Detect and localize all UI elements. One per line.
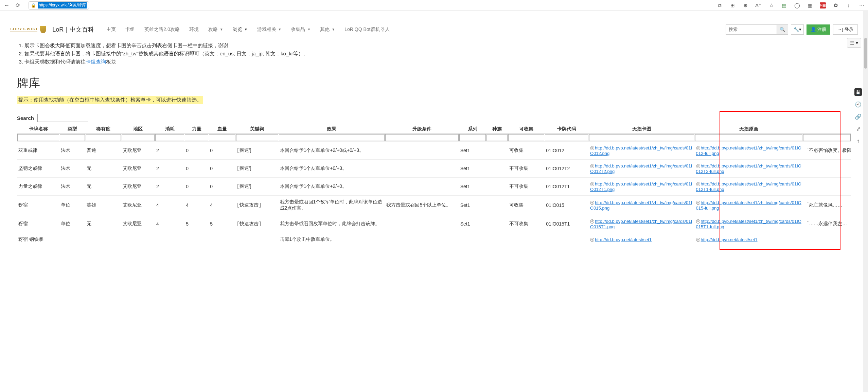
table-cell: 犽宿: [17, 196, 59, 215]
globe-icon: ⊕: [590, 238, 594, 242]
card-image-link[interactable]: http://dd.b.pvp.net/latest/set1: [701, 237, 758, 242]
nav-item[interactable]: 浏览▼: [228, 26, 252, 33]
search-button[interactable]: 🔍: [777, 24, 788, 35]
column-filter-input[interactable]: [86, 134, 121, 141]
column-header[interactable]: 稀有度: [85, 125, 121, 134]
table-cell: Set1: [459, 160, 486, 178]
nav-item[interactable]: 英雄之路2.0攻略: [140, 26, 184, 33]
column-filter-input[interactable]: [385, 134, 458, 141]
downloads-icon[interactable]: ↓: [846, 2, 852, 8]
table-cell: 5: [209, 215, 236, 233]
expand-icon[interactable]: ⤢: [854, 125, 862, 132]
save-icon[interactable]: 💾: [854, 88, 862, 96]
card-image-link[interactable]: http://dd.b.pvp.net/latest/set1/zh_tw/im…: [590, 200, 692, 211]
column-filter-input[interactable]: [695, 134, 803, 141]
column-filter-input[interactable]: [279, 134, 385, 141]
ext-circle-icon[interactable]: ◯: [794, 2, 800, 8]
table-search-label: Search: [17, 115, 34, 121]
apps-icon[interactable]: ⊕: [742, 2, 748, 8]
nav-item[interactable]: 卡组: [121, 26, 140, 33]
table-cell: [508, 233, 545, 246]
table-cell: ⊕http://dd.b.pvp.net/latest/set1/zh_tw/i…: [589, 196, 695, 215]
column-header[interactable]: 系列: [459, 125, 486, 134]
nav-item[interactable]: 游戏相关▼: [252, 26, 286, 33]
site-logo[interactable]: LORYX.WIKI: [10, 26, 46, 33]
globe-icon: ⊕: [696, 182, 700, 186]
nav-item[interactable]: 主页: [102, 26, 121, 33]
card-image-link[interactable]: http://dd.b.pvp.net/latest/set1/zh_tw/im…: [696, 200, 801, 211]
site-title[interactable]: LoR｜中文百科: [52, 25, 94, 34]
column-header[interactable]: 地区: [121, 125, 155, 134]
ext-red-icon[interactable]: F▤: [820, 2, 826, 8]
extensions-icon[interactable]: ✿: [833, 2, 839, 8]
column-filter-input[interactable]: [236, 134, 278, 141]
register-button[interactable]: 👤 注册: [807, 24, 830, 35]
column-header[interactable]: 关键词: [236, 125, 278, 134]
read-aloud-icon[interactable]: A⁺: [755, 2, 761, 8]
column-header[interactable]: [803, 125, 851, 134]
table-search-input[interactable]: [37, 114, 88, 122]
card-image-link[interactable]: http://dd.b.pvp.net/latest/set1/zh_tw/im…: [590, 145, 692, 156]
column-filter-input[interactable]: [486, 134, 508, 141]
table-cell: [85, 233, 121, 246]
link-icon[interactable]: 🔗: [854, 113, 862, 120]
column-header[interactable]: 卡牌代码: [545, 125, 589, 134]
ext-qr-icon[interactable]: ▦: [807, 2, 813, 8]
card-image-link[interactable]: http://dd.b.pvp.net/latest/set1/zh_tw/im…: [590, 163, 692, 174]
column-filter-input[interactable]: [60, 134, 85, 141]
column-filter-input[interactable]: [545, 134, 588, 141]
url-bar[interactable]: 🔒 https://loryx.wiki/浏览/牌库: [29, 1, 89, 10]
top-icon[interactable]: ↑: [854, 137, 862, 145]
column-header[interactable]: 无损卡图: [589, 125, 695, 134]
card-image-link[interactable]: http://dd.b.pvp.net/latest/set1: [595, 237, 652, 242]
column-filter-input[interactable]: [185, 134, 208, 141]
column-filter-input[interactable]: [122, 134, 155, 141]
tools-button[interactable]: 🔧▾: [791, 24, 804, 35]
table-cell: 01IO012: [545, 142, 589, 160]
column-filter-input[interactable]: [803, 134, 851, 141]
side-tools: 💾 🕘 🔗 ⤢ ↑: [854, 88, 862, 145]
column-filter-input[interactable]: [209, 134, 235, 141]
nav-item[interactable]: 收集品▼: [286, 26, 315, 33]
favorite-icon[interactable]: ☆: [768, 2, 774, 8]
column-filter-input[interactable]: [17, 134, 59, 141]
deck-query-link[interactable]: 卡组查询: [86, 59, 106, 65]
column-filter-input[interactable]: [155, 134, 184, 141]
column-header[interactable]: 类型: [59, 125, 85, 134]
view-toggle-button[interactable]: ☰ ▾: [847, 38, 861, 48]
column-header[interactable]: 可收集: [508, 125, 545, 134]
back-button[interactable]: ←: [3, 2, 10, 9]
grid-icon[interactable]: ⊞: [729, 2, 736, 8]
column-header[interactable]: 力量: [184, 125, 209, 134]
card-image-link[interactable]: http://dd.b.pvp.net/latest/set1/zh_tw/im…: [696, 145, 801, 156]
column-header[interactable]: 血量: [209, 125, 236, 134]
table-cell: 4: [184, 196, 209, 215]
card-image-link[interactable]: http://dd.b.pvp.net/latest/set1/zh_tw/im…: [696, 163, 801, 174]
nav-item[interactable]: 攻略▼: [203, 26, 228, 33]
table-cell: 艾欧尼亚: [121, 215, 155, 233]
more-icon[interactable]: ⋯: [858, 2, 865, 8]
refresh-button[interactable]: ⟳: [14, 2, 21, 9]
nav-item[interactable]: 其他▼: [315, 26, 340, 33]
column-filter-input[interactable]: [589, 134, 694, 141]
column-header[interactable]: 种族: [486, 125, 508, 134]
table-cell: [486, 215, 508, 233]
column-header[interactable]: 消耗: [155, 125, 184, 134]
history-icon[interactable]: 🕘: [854, 101, 862, 108]
nav-item[interactable]: LoR QQ Bot群机器人: [340, 26, 394, 33]
search-input[interactable]: [726, 24, 777, 35]
column-header[interactable]: 升级条件: [385, 125, 459, 134]
device-icon[interactable]: ⧉: [716, 2, 723, 8]
column-header[interactable]: 卡牌名称: [17, 125, 59, 134]
card-image-link[interactable]: http://dd.b.pvp.net/latest/set1/zh_tw/im…: [696, 181, 801, 192]
card-image-link[interactable]: http://dd.b.pvp.net/latest/set1/zh_tw/im…: [696, 219, 801, 229]
card-image-link[interactable]: http://dd.b.pvp.net/latest/set1/zh_tw/im…: [590, 219, 692, 229]
login-button[interactable]: →] 登录: [833, 24, 858, 35]
ext-green-icon[interactable]: ▤: [781, 2, 787, 8]
column-header[interactable]: 无损原画: [695, 125, 803, 134]
card-image-link[interactable]: http://dd.b.pvp.net/latest/set1/zh_tw/im…: [590, 181, 692, 192]
nav-item[interactable]: 环境: [184, 26, 203, 33]
column-header[interactable]: 效果: [279, 125, 385, 134]
column-filter-input[interactable]: [459, 134, 486, 141]
column-filter-input[interactable]: [508, 134, 545, 141]
